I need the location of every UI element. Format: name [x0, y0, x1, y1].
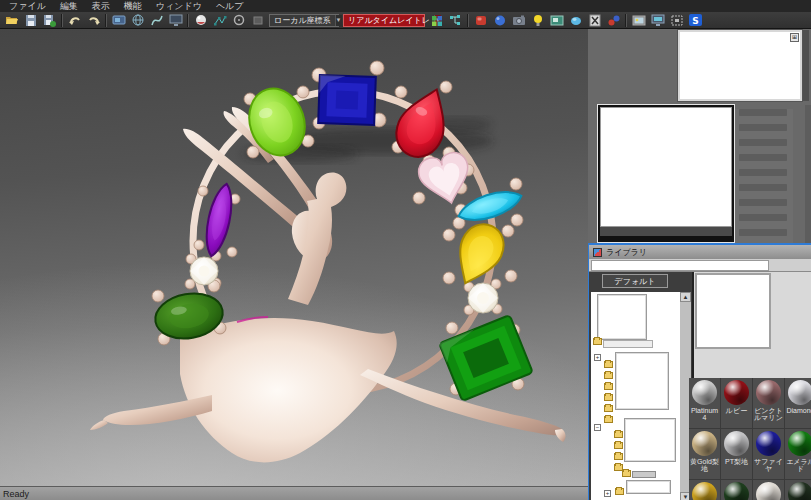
material-label: Platinum 4	[689, 407, 720, 421]
polyline-tool-icon[interactable]	[210, 13, 229, 28]
coordinate-system-value: ローカル座標系	[270, 15, 335, 26]
material-swatch[interactable]: PT梨地	[721, 429, 752, 479]
light-toggle-icon[interactable]	[528, 13, 547, 28]
tree-expander-icon[interactable]: +	[594, 354, 601, 361]
menu-item-2[interactable]: 表示	[86, 0, 116, 13]
hierarchy-tree-icon[interactable]	[446, 13, 465, 28]
folder-icon[interactable]	[604, 383, 613, 390]
tree-thumbnail[interactable]	[626, 480, 671, 494]
folder-icon[interactable]	[614, 431, 623, 438]
folder-icon[interactable]	[614, 453, 623, 460]
empty-list-row	[739, 139, 787, 146]
save-icon[interactable]	[21, 13, 40, 28]
redo-icon[interactable]	[84, 13, 103, 28]
image-capture-icon[interactable]	[629, 13, 648, 28]
material-swatch[interactable]: Platinum 4	[689, 378, 720, 428]
tree-thumbnail[interactable]	[597, 294, 647, 340]
menu-item-0[interactable]: ファイル	[3, 0, 52, 13]
library-left-pane: デフォルト +−+ ▲ ▼	[589, 272, 692, 500]
open-file-icon[interactable]	[2, 13, 21, 28]
floating-panel-middle[interactable]	[597, 104, 735, 243]
tree-selected-row[interactable]	[603, 340, 653, 348]
viewport-3d[interactable]	[0, 29, 588, 486]
material-swatch[interactable]: ルビー	[721, 378, 752, 428]
tree-item-button[interactable]	[632, 471, 656, 478]
material-sphere-icon	[756, 482, 781, 500]
material-swatch[interactable]: シトリン	[689, 480, 720, 500]
pendant-render	[0, 29, 588, 486]
shaded-view-icon[interactable]	[109, 13, 128, 28]
render-mode-dropdown[interactable]: リアルタイムレイトレ ▼	[343, 14, 425, 27]
panel-footer	[600, 227, 732, 236]
camera-view-icon[interactable]	[509, 13, 528, 28]
menu-item-3[interactable]: 機能	[118, 0, 148, 13]
texture-off-icon[interactable]	[585, 13, 604, 28]
material-swatch[interactable]: サファイヤ	[753, 429, 784, 479]
material-sphere-icon	[788, 482, 811, 500]
soft-shadow-icon[interactable]	[566, 13, 585, 28]
folder-icon[interactable]	[604, 361, 613, 368]
empty-list-row	[739, 124, 787, 131]
default-tab[interactable]: デフォルト	[602, 274, 668, 288]
display-settings-icon[interactable]	[648, 13, 667, 28]
panel-control-icon[interactable]: ⊞	[790, 33, 799, 42]
gem-diamond-round-right	[468, 283, 498, 313]
toolbar-separator	[625, 14, 627, 27]
library-titlebar[interactable]: ライブラリ	[589, 245, 811, 259]
material-sphere-icon	[756, 431, 781, 456]
save-as-icon[interactable]	[40, 13, 59, 28]
application-window: ファイル編集表示機能ウィンドウヘルプ	[0, 0, 811, 500]
main-toolbar: ローカル座標系 ▼ リアルタイムレイトレ ▼	[0, 12, 811, 29]
panel-scroll-strip[interactable]	[803, 30, 809, 101]
folder-icon[interactable]	[593, 338, 602, 345]
s-logo-icon[interactable]: S	[686, 13, 705, 28]
floating-panel-top[interactable]: ⊞	[678, 30, 802, 101]
monitor-view-icon[interactable]	[166, 13, 185, 28]
folder-icon[interactable]	[604, 372, 613, 379]
menu-item-4[interactable]: ウィンドウ	[150, 0, 208, 13]
material-swatch[interactable]: パール	[753, 480, 784, 500]
empty-list-row	[739, 109, 787, 116]
tree-expander-icon[interactable]: −	[594, 424, 601, 431]
material-swatch[interactable]: エメラルド	[785, 429, 811, 479]
blue-sphere-display-icon[interactable]	[490, 13, 509, 28]
red-box-display-icon[interactable]	[471, 13, 490, 28]
folder-icon[interactable]	[615, 488, 624, 495]
folder-icon[interactable]	[622, 470, 631, 477]
folder-icon[interactable]	[614, 442, 623, 449]
wireframe-globe-icon[interactable]	[128, 13, 147, 28]
material-swatch[interactable]: ブラックパール	[785, 480, 811, 500]
undo-icon[interactable]	[65, 13, 84, 28]
material-sphere-icon	[692, 482, 717, 500]
folder-icon[interactable]	[604, 416, 613, 423]
material-swatch[interactable]: 黄Gold梨地	[689, 429, 720, 479]
material-label: サファイヤ	[753, 458, 784, 472]
menu-item-5[interactable]: ヘルプ	[210, 0, 250, 13]
folder-icon[interactable]	[604, 394, 613, 401]
frame-capture-icon[interactable]	[667, 13, 686, 28]
coordinate-system-dropdown[interactable]: ローカル座標系 ▼	[269, 14, 339, 27]
menu-item-1[interactable]: 編集	[54, 0, 84, 13]
tree-thumbnail[interactable]	[624, 418, 676, 462]
folder-icon[interactable]	[604, 405, 613, 412]
scroll-up-icon[interactable]: ▲	[680, 292, 691, 302]
material-swatch[interactable]: トルマリン	[721, 480, 752, 500]
material-swatch[interactable]: Diamond	[785, 378, 811, 428]
material-label: ピンクトルマリン	[753, 407, 784, 421]
material-label: 黄Gold梨地	[689, 458, 720, 472]
circle-tool-icon[interactable]	[229, 13, 248, 28]
material-sphere-icon	[788, 380, 811, 405]
material-swatch[interactable]: ピンクトルマリン	[753, 378, 784, 428]
screen-preview-icon[interactable]	[547, 13, 566, 28]
tree-expander-icon[interactable]: +	[604, 490, 611, 497]
library-search-input[interactable]	[591, 260, 769, 271]
vertex-colors-icon[interactable]	[604, 13, 623, 28]
tree-thumbnail[interactable]	[615, 352, 669, 410]
dock-edge	[805, 105, 811, 245]
material-sphere-icon[interactable]	[191, 13, 210, 28]
empty-list-row	[739, 154, 787, 161]
box-tool-icon[interactable]	[248, 13, 267, 28]
library-tree[interactable]: +−+	[591, 292, 680, 500]
palette-grid-icon[interactable]	[427, 13, 446, 28]
curve-tool-icon[interactable]	[147, 13, 166, 28]
